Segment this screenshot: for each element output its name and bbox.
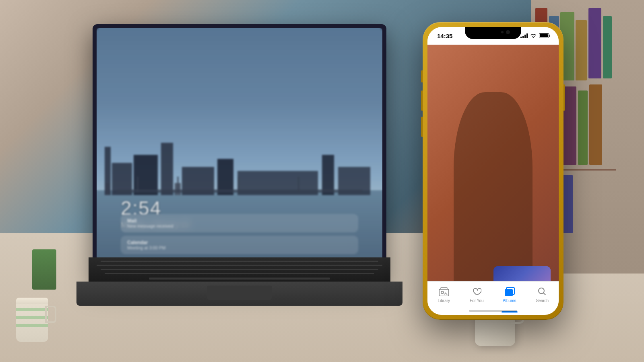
tab-albums-label: Albums: [503, 298, 516, 303]
shared-album-1[interactable]: [436, 266, 493, 281]
svg-point-2: [441, 291, 444, 294]
laptop-keyboard: DELL: [89, 257, 390, 284]
wifi-icon: [530, 33, 537, 38]
for-you-icon: [471, 286, 482, 297]
shared-album-2[interactable]: [493, 266, 551, 281]
status-time: 14:35: [437, 33, 452, 39]
home-indicator: [469, 310, 517, 312]
shared-album-2-thumbnail: [493, 266, 551, 281]
library-icon: [439, 286, 449, 297]
battery-icon: [539, 33, 549, 38]
tab-search-label: Search: [536, 298, 549, 303]
svg-rect-0: [439, 289, 449, 296]
green-item-left: [32, 249, 56, 290]
svg-rect-1: [441, 288, 447, 289]
phone-device: 14:35: [423, 22, 564, 320]
tab-for-you-label: For You: [470, 298, 483, 303]
albums-icon: [504, 286, 515, 297]
tab-library-label: Library: [438, 298, 450, 303]
phone-screen: 14:35: [427, 27, 559, 315]
tab-library[interactable]: Library: [427, 285, 460, 303]
search-icon: [537, 286, 547, 297]
laptop-base: [76, 282, 402, 306]
phone-content[interactable]: + Albums My Albums See All: [427, 45, 559, 281]
status-icons: [520, 33, 549, 38]
signal-bars: [520, 33, 528, 38]
laptop-screen: 2:54 Monday, February 19 Mail New messag…: [93, 24, 386, 282]
tab-search[interactable]: Search: [526, 285, 559, 303]
mug-left: [16, 298, 48, 342]
shared-albums-grid: [427, 266, 559, 281]
shared-album-1-thumbnail: [436, 266, 493, 281]
laptop-trackpad[interactable]: [207, 286, 272, 300]
phone-notch: [465, 27, 521, 39]
tab-for-you[interactable]: For You: [460, 285, 493, 303]
tab-albums[interactable]: Albums: [493, 285, 526, 303]
